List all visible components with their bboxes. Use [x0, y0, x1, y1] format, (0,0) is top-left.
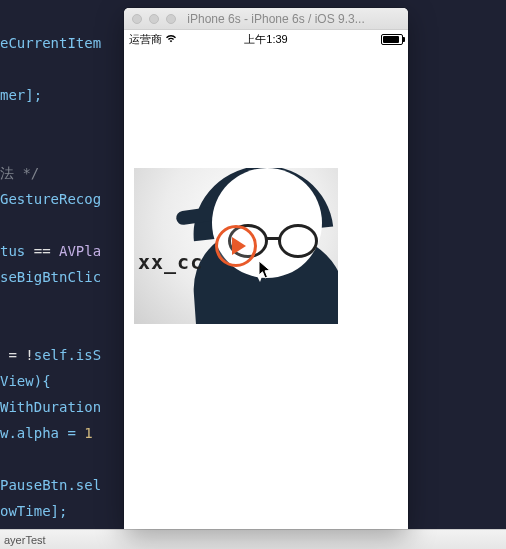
code-frag: tus: [0, 243, 25, 259]
code-frag: eCurrentItem: [0, 35, 101, 51]
xcode-breadcrumb[interactable]: ayerTest: [0, 529, 506, 549]
simulator-titlebar[interactable]: iPhone 6s - iPhone 6s / iOS 9.3...: [124, 8, 408, 30]
play-button[interactable]: [215, 225, 257, 267]
code-frag: .isS: [67, 347, 101, 363]
code-frag: GestureRecog: [0, 191, 101, 207]
video-placeholder[interactable]: xx_cc: [134, 168, 338, 324]
phone-content[interactable]: xx_cc: [124, 48, 408, 529]
code-frag: sel: [76, 477, 101, 493]
poster-handle-text: xx_cc: [138, 250, 203, 274]
close-icon[interactable]: [132, 14, 142, 24]
code-frag: WithDuration: [0, 399, 101, 415]
code-frag: seBigBtnClic: [0, 269, 101, 285]
code-frag: View){: [0, 373, 51, 389]
ios-status-bar: 运营商 上午1:39: [124, 30, 408, 48]
breadcrumb-item: ayerTest: [4, 534, 46, 546]
code-frag: = !: [0, 347, 34, 363]
code-frag: self: [34, 347, 68, 363]
code-frag: owTime];: [0, 503, 67, 519]
code-frag: ==: [25, 243, 59, 259]
battery-icon: [381, 34, 403, 45]
status-time: 上午1:39: [124, 32, 408, 47]
simulator-title: iPhone 6s - iPhone 6s / iOS 9.3...: [144, 12, 408, 26]
code-frag: */: [14, 165, 39, 181]
code-frag: 1: [84, 425, 92, 441]
code-frag: AVPla: [59, 243, 101, 259]
code-frag: mer];: [0, 87, 42, 103]
code-frag: 法: [0, 165, 14, 181]
code-frag: w.alpha =: [0, 425, 84, 441]
simulator-window[interactable]: iPhone 6s - iPhone 6s / iOS 9.3... 运营商 上…: [124, 8, 408, 528]
code-frag: PauseBtn.: [0, 477, 76, 493]
